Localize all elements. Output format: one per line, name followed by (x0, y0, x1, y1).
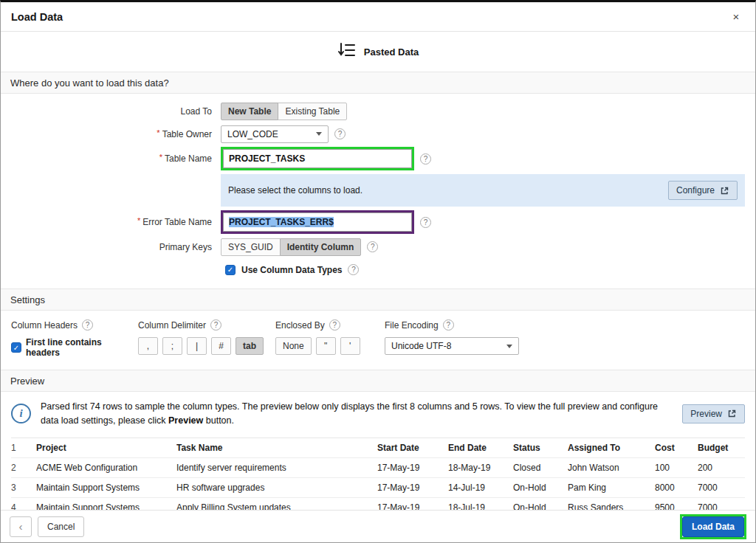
table-cell: 17-May-19 (377, 483, 448, 493)
table-cell: 18-May-19 (448, 463, 513, 473)
error-table-name-input[interactable]: PROJECT_TASKS_ERR$ (223, 212, 412, 232)
table-cell: On-Hold (513, 483, 568, 493)
configure-message-row: Please select the columns to load. Confi… (1, 172, 755, 209)
use-column-data-types-row: ✓ Use Column Data Types ? (1, 258, 755, 281)
enclosed-single-quote-button[interactable]: ' (340, 337, 360, 355)
table-name-value: PROJECT_TASKS (229, 153, 305, 164)
preview-message-text: button. (203, 415, 234, 426)
table-cell: Apply Billing System updates (176, 502, 377, 511)
table-cell: Maintain Support Systems (36, 483, 176, 493)
dialog-title: Load Data (11, 11, 63, 23)
column-header: Project (36, 443, 176, 453)
column-header: End Date (448, 443, 513, 453)
table-cell: 7000 (698, 502, 742, 511)
check-icon: ✓ (227, 266, 233, 274)
table-cell: 100 (655, 463, 698, 473)
help-icon[interactable]: ? (82, 319, 93, 331)
help-icon[interactable]: ? (210, 319, 221, 331)
columns-info-message: Please select the columns to load. Confi… (221, 174, 745, 207)
preview-info-row: i Parsed first 74 rows to sample the col… (1, 392, 755, 436)
section-header-settings: Settings (1, 288, 755, 311)
help-icon[interactable]: ? (367, 241, 378, 252)
help-icon[interactable]: ? (329, 319, 340, 331)
column-header: Cost (655, 443, 698, 453)
primary-keys-identity-column-button[interactable]: Identity Column (280, 238, 362, 256)
column-header: Task Name (176, 443, 377, 453)
table-owner-row: *Table Owner LOW_CODE ? (1, 122, 755, 145)
table-owner-label: *Table Owner (1, 129, 221, 139)
table-name-label: *Table Name (1, 153, 221, 164)
check-icon: ✓ (13, 344, 19, 352)
help-icon[interactable]: ? (443, 319, 454, 331)
required-asterisk: * (159, 153, 162, 162)
section-title: Where do you want to load this data? (10, 77, 169, 89)
table-cell: 8000 (655, 483, 698, 493)
configure-button[interactable]: Configure (668, 181, 738, 200)
delimiter-hash-button[interactable]: # (211, 337, 231, 355)
field-label: Error Table Name (142, 217, 212, 227)
table-owner-select[interactable]: LOW_CODE (221, 125, 329, 143)
columns-info-text: Please select the columns to load. (228, 185, 362, 196)
table-cell: 7000 (698, 483, 742, 493)
field-label: Load To (181, 106, 213, 117)
table-row: 3Maintain Support SystemsHR software upg… (11, 478, 745, 498)
file-encoding-value: Unicode UTF-8 (391, 341, 451, 351)
table-name-input[interactable]: PROJECT_TASKS (223, 149, 412, 168)
load-to-existing-table-button[interactable]: Existing Table (278, 103, 347, 120)
file-encoding-select[interactable]: Unicode UTF-8 (385, 337, 519, 355)
row-number: 2 (11, 463, 36, 473)
load-to-new-table-button[interactable]: New Table (221, 103, 278, 120)
file-encoding-group: File Encoding ? Unicode UTF-8 (385, 319, 745, 358)
primary-keys-label: Primary Keys (1, 242, 221, 252)
delimiter-semicolon-button[interactable]: ; (162, 337, 182, 355)
primary-keys-sys-guid-button[interactable]: SYS_GUID (221, 238, 281, 256)
table-cell: 200 (698, 463, 742, 473)
help-icon[interactable]: ? (420, 217, 431, 228)
pasted-data-icon (337, 41, 357, 63)
chevron-down-icon (506, 345, 512, 348)
row-number: 3 (11, 483, 36, 493)
table-cell: HR software upgrades (176, 483, 377, 493)
column-delimiter-label: Column Delimiter (138, 320, 206, 331)
column-headers-group: Column Headers ? ✓ First line contains h… (11, 319, 138, 358)
use-column-data-types-checkbox[interactable]: ✓ (225, 265, 236, 275)
file-encoding-label: File Encoding (385, 320, 439, 331)
row-number: 1 (11, 443, 36, 453)
first-line-headers-checkbox[interactable]: ✓ (11, 342, 21, 353)
help-icon[interactable]: ? (420, 153, 431, 165)
enclosed-double-quote-button[interactable]: " (316, 337, 336, 355)
preview-message-bold: Preview (168, 415, 203, 426)
row-number: 4 (11, 502, 36, 511)
table-cell: Maintain Support Systems (36, 502, 176, 511)
table-cell: On-Hold (513, 502, 568, 511)
enclosed-none-button[interactable]: None (275, 337, 312, 355)
error-table-name-row: *Error Table Name PROJECT_TASKS_ERR$ ? (1, 209, 755, 235)
table-row: 4Maintain Support SystemsApply Billing S… (11, 498, 745, 511)
table-cell: Identify server requirements (176, 463, 377, 473)
delimiter-pipe-button[interactable]: | (187, 337, 207, 355)
close-icon[interactable]: × (727, 8, 745, 26)
table-cell: 18-Jul-19 (448, 502, 513, 511)
table-cell: Closed (513, 463, 568, 473)
table-cell: 9500 (655, 502, 698, 511)
enclosed-by-label: Enclosed By (275, 320, 325, 331)
table-row: 1ProjectTask NameStart DateEnd DateStatu… (11, 438, 745, 458)
chevron-down-icon (316, 132, 322, 136)
dialog-header: Load Data × (1, 2, 755, 32)
section-title: Settings (10, 294, 45, 305)
delimiter-comma-button[interactable]: , (138, 337, 158, 355)
previous-step-button[interactable]: ‹ (10, 516, 32, 537)
first-line-headers-label: First line contains headers (26, 337, 138, 358)
table-owner-value: LOW_CODE (227, 129, 278, 139)
field-label: Table Name (165, 153, 212, 164)
delimiter-tab-button[interactable]: tab (236, 337, 264, 355)
annotation-box-purple: PROJECT_TASKS_ERR$ (221, 210, 414, 234)
load-data-button[interactable]: Load Data (682, 516, 744, 537)
preview-table: 1ProjectTask NameStart DateEnd DateStatu… (11, 437, 745, 511)
column-header: Start Date (377, 443, 448, 453)
configure-button-label: Configure (676, 185, 715, 196)
preview-button[interactable]: Preview (682, 404, 745, 423)
cancel-button[interactable]: Cancel (38, 516, 84, 537)
help-icon[interactable]: ? (334, 128, 346, 139)
help-icon[interactable]: ? (348, 264, 359, 275)
